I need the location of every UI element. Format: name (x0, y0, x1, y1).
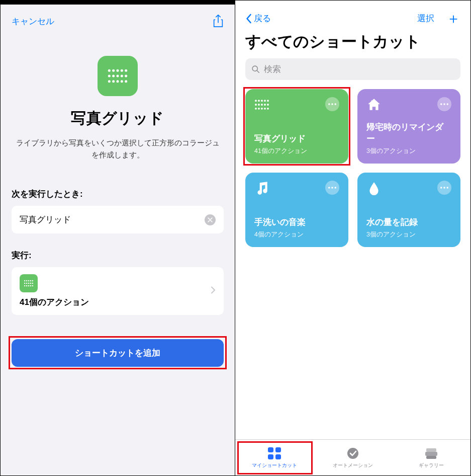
svg-point-40 (267, 104, 269, 106)
chevron-right-icon (211, 286, 216, 296)
svg-point-55 (440, 187, 442, 189)
svg-point-15 (24, 280, 25, 281)
shortcuts-list-screen: 戻る 選択 ＋ すべてのショートカット 検索 (235, 1, 470, 475)
svg-point-13 (121, 80, 123, 83)
svg-rect-61 (275, 454, 281, 459)
svg-point-18 (30, 280, 31, 281)
when-section-label: 次を実行したとき: (12, 188, 224, 200)
page-title: すべてのショートカット (235, 28, 470, 58)
svg-point-50 (443, 103, 445, 105)
svg-point-12 (117, 80, 119, 83)
tile-water-log[interactable]: 水の量を記録 3個のアクション (357, 173, 460, 247)
svg-point-7 (117, 75, 119, 77)
svg-point-36 (255, 104, 257, 106)
svg-point-39 (264, 104, 266, 106)
tile-name: 手洗いの音楽 (254, 217, 339, 228)
tiles-grid: 写真グリッド 41個のアクション 帰宅時のリマインダー 3個のアクション (235, 89, 470, 247)
svg-point-14 (125, 80, 127, 83)
automation-icon (345, 447, 360, 460)
tile-photo-grid[interactable]: 写真グリッド 41個のアクション (245, 89, 348, 164)
exec-section-label: 実行: (12, 250, 224, 261)
svg-point-5 (108, 75, 111, 77)
tile-sub: 3個のアクション (366, 230, 451, 239)
back-button[interactable]: 戻る (245, 13, 271, 24)
svg-point-22 (28, 283, 29, 284)
tab-automation[interactable]: オートメーション (314, 440, 392, 475)
when-section: 次を実行したとき: 写真グリッド (12, 188, 224, 233)
svg-point-56 (443, 187, 445, 189)
back-label: 戻る (254, 13, 271, 24)
when-input-row[interactable]: 写真グリッド (12, 206, 224, 233)
svg-point-62 (347, 448, 358, 459)
svg-point-57 (446, 187, 448, 189)
svg-point-3 (121, 69, 123, 72)
svg-rect-60 (268, 454, 273, 459)
svg-point-43 (261, 108, 263, 110)
svg-point-49 (440, 103, 442, 105)
tile-name: 写真グリッド (254, 133, 339, 145)
tab-label: ギャラリー (419, 462, 444, 469)
cancel-button[interactable]: キャンセル (12, 16, 54, 27)
svg-point-37 (258, 104, 260, 106)
svg-point-10 (108, 80, 111, 83)
svg-rect-58 (268, 447, 273, 452)
home-icon (366, 97, 382, 112)
svg-point-31 (255, 100, 257, 102)
shortcut-description: ライブラリから写真をいくつか選択して正方形のコラージュを作成します。 (12, 137, 224, 161)
water-drop-icon (366, 181, 382, 196)
exec-row[interactable]: 41個のアクション (12, 267, 224, 315)
grid-icon (20, 274, 38, 292)
svg-point-21 (26, 283, 27, 284)
tile-sub: 41個のアクション (254, 147, 339, 155)
svg-point-27 (28, 285, 29, 286)
more-icon[interactable] (437, 97, 451, 111)
tab-gallery[interactable]: ギャラリー (392, 440, 470, 475)
svg-point-44 (264, 108, 266, 110)
svg-point-42 (258, 108, 260, 110)
share-icon[interactable] (213, 15, 224, 28)
tile-sub: 4個のアクション (254, 230, 339, 239)
svg-point-2 (117, 69, 119, 72)
svg-point-32 (258, 100, 260, 102)
tab-label: オートメーション (333, 462, 373, 469)
svg-point-11 (112, 80, 115, 83)
more-icon[interactable] (325, 181, 339, 195)
svg-point-41 (255, 108, 257, 110)
svg-point-54 (334, 187, 336, 189)
more-icon[interactable] (437, 181, 451, 195)
select-button[interactable]: 選択 (417, 13, 434, 24)
search-input[interactable]: 検索 (245, 58, 460, 80)
exec-section: 実行: 41個のアクション (12, 250, 224, 315)
clear-icon[interactable] (205, 214, 216, 225)
svg-point-51 (446, 103, 448, 105)
svg-point-33 (261, 100, 263, 102)
tile-home-reminder[interactable]: 帰宅時のリマインダー 3個のアクション (357, 89, 460, 164)
svg-point-6 (112, 75, 115, 77)
svg-point-0 (108, 69, 111, 72)
my-shortcuts-icon (267, 447, 282, 460)
modal-header: キャンセル (1, 5, 235, 32)
tile-sub: 3個のアクション (366, 147, 451, 155)
svg-point-45 (267, 108, 269, 110)
svg-point-30 (252, 66, 257, 71)
svg-point-46 (328, 103, 330, 105)
add-shortcut-button[interactable]: ショートカットを追加 (12, 339, 224, 367)
svg-point-53 (331, 187, 333, 189)
svg-point-34 (264, 100, 266, 102)
svg-point-8 (121, 75, 123, 77)
tab-bar: マイショートカット オートメーション ギャラリー (235, 439, 470, 475)
grid-icon (254, 97, 269, 112)
svg-point-28 (30, 285, 31, 286)
svg-point-20 (24, 283, 25, 284)
svg-point-9 (125, 75, 127, 77)
when-input-value: 写真グリッド (20, 214, 71, 225)
svg-point-48 (334, 103, 336, 105)
svg-point-25 (24, 285, 25, 286)
shortcut-title: 写真グリッド (71, 108, 164, 129)
svg-rect-59 (275, 447, 281, 452)
list-header: 戻る 選択 ＋ (235, 1, 470, 28)
gallery-icon (424, 447, 439, 460)
more-icon[interactable] (325, 97, 339, 111)
tab-my-shortcuts[interactable]: マイショートカット (235, 440, 314, 475)
tile-handwash-music[interactable]: 手洗いの音楽 4個のアクション (245, 173, 348, 247)
